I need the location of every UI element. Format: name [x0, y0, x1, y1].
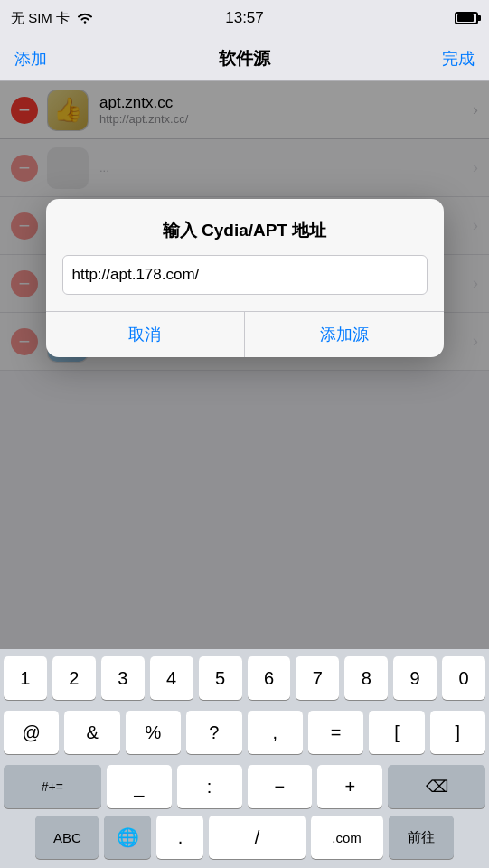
key-9[interactable]: 9: [393, 656, 437, 700]
key-minus[interactable]: −: [248, 765, 313, 808]
url-input[interactable]: [62, 255, 428, 295]
key-colon[interactable]: :: [177, 765, 242, 808]
key-6[interactable]: 6: [248, 656, 291, 700]
carrier-label: 无 SIM 卡: [11, 10, 70, 27]
keyboard-row-extra: #+= _ : − + ⌫: [0, 758, 489, 812]
key-underscore[interactable]: _: [107, 765, 172, 808]
key-question[interactable]: ?: [186, 711, 241, 754]
status-bar: 无 SIM 卡 13:57: [0, 0, 489, 36]
nav-title: 软件源: [219, 47, 270, 71]
key-slash[interactable]: /: [209, 816, 305, 859]
key-rbracket[interactable]: ]: [430, 711, 485, 754]
key-abc[interactable]: ABC: [35, 816, 99, 859]
add-button[interactable]: 添加: [14, 48, 47, 70]
keyboard-row-bottom: ABC 🌐 . / .com 前往: [0, 812, 489, 868]
modal-overlay: [0, 81, 489, 651]
key-at[interactable]: @: [4, 711, 59, 754]
key-globe[interactable]: 🌐: [104, 816, 151, 859]
key-5[interactable]: 5: [199, 656, 242, 700]
wifi-icon: [77, 12, 93, 24]
key-2[interactable]: 2: [52, 656, 96, 700]
keyboard-row-numbers: 1 2 3 4 5 6 7 8 9 0: [0, 649, 489, 703]
key-dot[interactable]: .: [156, 816, 203, 859]
dialog-buttons: 取消 添加源: [46, 311, 444, 357]
cancel-button[interactable]: 取消: [46, 312, 246, 357]
key-percent[interactable]: %: [126, 711, 181, 754]
keyboard: 1 2 3 4 5 6 7 8 9 0 @ & % ? , = [ ] #+= …: [0, 649, 489, 868]
key-lbracket[interactable]: [: [369, 711, 424, 754]
key-return[interactable]: 前往: [389, 816, 454, 859]
key-0[interactable]: 0: [442, 656, 485, 700]
battery-icon: [455, 12, 478, 24]
nav-bar: 添加 软件源 完成: [0, 36, 489, 81]
delete-key[interactable]: ⌫: [388, 765, 485, 808]
battery-area: [455, 12, 478, 24]
key-comma[interactable]: ,: [248, 711, 303, 754]
carrier-info: 无 SIM 卡: [11, 10, 93, 27]
key-plus[interactable]: +: [317, 765, 382, 808]
key-hashplus[interactable]: #+=: [4, 765, 101, 808]
key-equals[interactable]: =: [308, 711, 363, 754]
dialog-title: 输入 Cydia/APT 地址: [46, 199, 444, 255]
key-3[interactable]: 3: [101, 656, 145, 700]
main-content: − 👍 apt.zntx.cc http://apt.zntx.cc/ › − …: [0, 81, 489, 651]
status-time: 13:57: [225, 9, 264, 27]
key-4[interactable]: 4: [150, 656, 193, 700]
dialog-input-wrap: [46, 255, 444, 311]
key-dotcom[interactable]: .com: [311, 816, 383, 859]
done-button[interactable]: 完成: [442, 48, 475, 70]
key-8[interactable]: 8: [344, 656, 388, 700]
key-7[interactable]: 7: [296, 656, 339, 700]
key-1[interactable]: 1: [4, 656, 47, 700]
key-amp[interactable]: &: [64, 711, 119, 754]
add-source-dialog: 输入 Cydia/APT 地址 取消 添加源: [46, 199, 444, 357]
keyboard-row-symbols: @ & % ? , = [ ]: [0, 703, 489, 758]
add-source-button[interactable]: 添加源: [245, 312, 444, 357]
